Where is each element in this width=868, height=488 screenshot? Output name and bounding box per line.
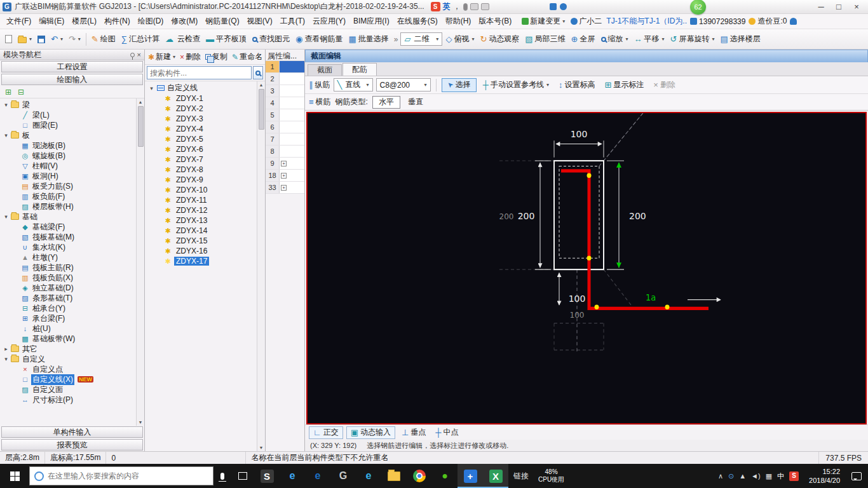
tree-folder-row[interactable]: ▾基础 [0,212,136,222]
draw-input-button[interactable]: 绘图输入 [1,74,143,85]
g-assistant-taskbar-icon[interactable]: G [330,464,356,488]
scroll-down-icon[interactable]: ▼ [259,444,264,451]
tree-item-row[interactable]: ╱梁(L) [0,110,136,120]
new-file-button[interactable] [3,33,15,45]
menu-item[interactable]: 视图(V) [243,14,276,29]
screen-rotate-button[interactable]: ↺屏幕旋转▾ [668,32,717,46]
midpoint-snap-button[interactable]: ┼中点 [432,427,461,438]
maximize-button[interactable]: □ [830,1,848,13]
zoom-button[interactable]: 缩放▾ [599,32,631,46]
tree-item-row[interactable]: ▤筏板主筋(R) [0,262,136,273]
tab-section[interactable]: 截面 [308,64,342,76]
menu-item[interactable]: 云应用(Y) [309,14,349,29]
expand-plus-icon[interactable]: + [281,161,287,166]
tree-item-row[interactable]: ◈独立基础(D) [0,283,136,293]
tree-item-row[interactable]: ▥板负筋(F) [0,191,136,201]
property-row[interactable]: 1 [266,61,304,73]
tree-item-row[interactable]: ↔尺寸标注(P) [0,395,136,405]
property-row[interactable]: 9+ [266,158,304,170]
tree-item-row[interactable]: ▨自定义面 [0,384,136,395]
menu-item[interactable]: 楼层(L) [68,14,100,29]
tree-item-row[interactable]: ▤板受力筋(S) [0,181,136,191]
grip-handles[interactable] [587,173,670,309]
align-slab-top-button[interactable]: ▬平齐板顶 [203,32,249,46]
new-change-button[interactable]: 新建变更▾ [520,15,566,28]
tree-item-row[interactable]: ▨楼层板带(H) [0,201,136,212]
component-list-item[interactable]: ✱ZDYX-17 [145,256,257,266]
property-row[interactable]: 18+ [266,170,304,182]
safety-icon[interactable]: ⊙ [728,473,734,480]
close-button[interactable]: × [848,1,865,13]
scroll-up-icon[interactable]: ▲ [259,81,264,88]
dim-text-left[interactable]: 200 [518,211,535,221]
mic-icon[interactable] [463,3,468,11]
save-button[interactable] [35,34,48,45]
dynamic-input-toggle[interactable]: ▣动态输入 [346,426,395,439]
property-row[interactable]: 4 [266,97,304,109]
dim-text-right[interactable]: 200 [629,211,646,221]
select-floor-button[interactable]: ▤选择楼层 [717,32,763,46]
expand-all-icon[interactable]: ⊞ [5,88,11,97]
scroll-thumb[interactable] [259,89,264,130]
find-element-button[interactable]: 查找图元 [250,32,292,46]
quick-tools[interactable] [550,3,567,10]
browser-taskbar-icon[interactable]: e [305,464,330,488]
pin-icon[interactable] [560,3,567,10]
titlebar[interactable]: G 广联达BIM钢筋算量软件 GGJ2013 - [C:\Users\Admin… [0,0,868,14]
toolbox-icon[interactable] [481,3,489,10]
show-annotation-button[interactable]: ⊞显示标注 [601,79,647,90]
tree-item-row[interactable]: ▧筏板基础(M) [0,232,136,242]
ime-indicator[interactable]: 中 [777,473,784,480]
tree-item-row[interactable]: ⊞承台梁(F) [0,313,136,323]
component-list-item[interactable]: ✱ZDYX-15 [145,236,257,246]
chevron-up-icon[interactable]: ∧ [718,473,723,480]
section-drawing[interactable]: 100 200 200 200 100 100 1a [308,113,865,423]
close-icon[interactable]: × [137,51,141,58]
component-list-item[interactable]: ✱ZDYX-4 [145,124,257,134]
task-view-button[interactable] [231,464,254,488]
search-button[interactable] [253,66,263,79]
menu-item[interactable]: 在线服务(S) [393,14,442,29]
component-list-item[interactable]: ✱ZDYX-8 [145,165,257,175]
component-list-item[interactable]: ✱ZDYX-2 [145,104,257,114]
taskbar-search[interactable] [29,466,214,485]
tree-item-row[interactable]: ◆基础梁(F) [0,222,136,232]
component-list-item[interactable]: ✱ZDYX-16 [145,246,257,256]
set-elevation-button[interactable]: ↕设置标高 [555,79,599,90]
search-input[interactable] [147,66,252,79]
expand-plus-icon[interactable]: + [281,185,287,191]
wifi-icon[interactable]: ▲ [739,473,746,480]
tree-item-row[interactable]: □圈梁(E) [0,120,136,130]
menu-item[interactable]: 工具(T) [276,14,309,29]
draw-button[interactable]: ✎绘图 [89,32,118,46]
sogou-ime-icon[interactable]: S [431,2,440,11]
beans-balance[interactable]: 造价豆:0 [749,16,787,27]
tree-item-row[interactable]: ◎螺旋板(B) [0,151,136,161]
tree-item-row[interactable]: ▣板洞(H) [0,171,136,181]
menu-item[interactable]: 编辑(E) [35,14,68,29]
component-list-item[interactable]: ✱ZDYX-3 [145,114,257,124]
tree-folder-row[interactable]: ▾自定义 [0,354,136,364]
tree-item-row[interactable]: □自定义线(X)NEW [0,374,136,384]
delete-component-button[interactable]: ×删除 [179,50,202,64]
section-outline[interactable] [554,161,604,269]
section-canvas[interactable]: 100 200 200 200 100 100 1a [306,112,867,424]
volume-icon[interactable]: ◄) [751,473,761,480]
rebar-label[interactable]: 1a [646,292,656,302]
property-row[interactable]: 2 [266,73,304,85]
view-mode-combo[interactable]: ▱二维▾ [400,32,442,46]
tab-rebar[interactable]: 配筋 [342,63,377,76]
dim-text-top[interactable]: 100 [571,129,588,139]
project-settings-button[interactable]: 工程设置 [1,61,143,72]
redo-button[interactable]: ↷▾ [66,33,83,45]
overflow-chevron-icon[interactable]: » [392,35,400,44]
keyboard-icon[interactable] [470,3,478,10]
input-method-bar[interactable]: S 英 ， [431,1,489,12]
menu-item[interactable]: 版本号(B) [475,14,515,29]
rebar-spec-combo[interactable]: C8@200▾ [376,78,431,92]
delete-rebar-button[interactable]: ×删除 [650,79,679,90]
property-row[interactable]: 3 [266,85,304,97]
tree-item-row[interactable]: ▽柱帽(V) [0,161,136,171]
action-center-button[interactable] [845,464,868,488]
wrench-icon[interactable] [550,3,557,10]
